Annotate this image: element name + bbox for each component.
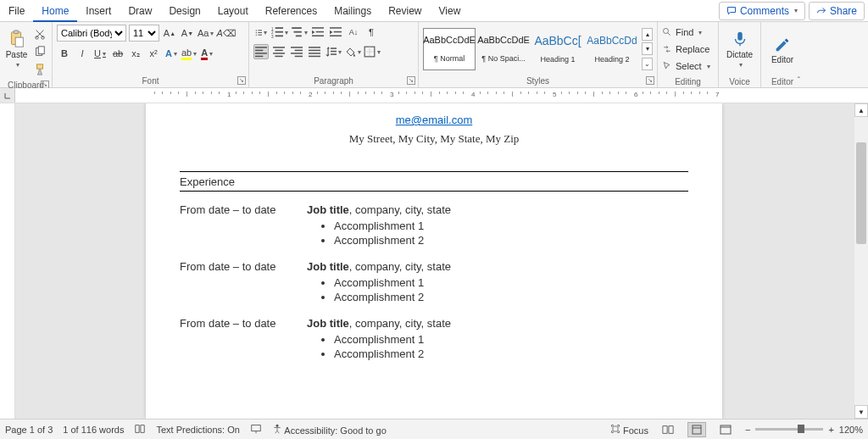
cut-button[interactable] <box>32 26 47 42</box>
accomplishment: Accomplishment 1 <box>334 333 688 346</box>
zoom-slider[interactable] <box>755 428 823 431</box>
editor-button[interactable]: Editor <box>765 25 799 74</box>
ruler-corner <box>0 88 15 103</box>
format-painter-button[interactable] <box>32 62 47 77</box>
text-predictions-indicator[interactable]: Text Predictions: On <box>156 425 239 435</box>
tab-review[interactable]: Review <box>380 0 430 22</box>
replace-button[interactable]: Replace <box>662 42 710 57</box>
change-case-button[interactable]: Aa▾ <box>198 25 214 41</box>
multilevel-list-button[interactable]: ▾ <box>291 25 308 40</box>
tab-design[interactable]: Design <box>160 0 209 22</box>
subscript-button[interactable]: x₂ <box>128 46 143 61</box>
sort-button[interactable]: A↓ <box>346 25 361 40</box>
experience-entry: From date – to dateJob title, company, c… <box>180 260 688 305</box>
brush-icon <box>34 64 46 75</box>
bullets-icon <box>255 29 262 36</box>
gallery-up-button[interactable]: ▴ <box>642 28 653 41</box>
tab-insert[interactable]: Insert <box>77 0 120 22</box>
grow-font-button[interactable]: A▲ <box>162 25 177 41</box>
align-center-button[interactable] <box>271 44 287 59</box>
zoom-knob[interactable] <box>798 425 804 433</box>
book-icon <box>134 423 146 435</box>
shading-button[interactable]: ▾ <box>344 44 361 59</box>
scroll-up-button[interactable]: ▲ <box>854 103 868 117</box>
comments-button[interactable]: Comments ▾ <box>719 2 805 20</box>
font-name-combo[interactable]: Calibri (Body) <box>57 25 126 42</box>
tab-layout[interactable]: Layout <box>209 0 257 22</box>
style---no-spaci---[interactable]: AaBbCcDdE¶ No Spaci... <box>477 28 530 70</box>
page-indicator[interactable]: Page 1 of 3 <box>5 425 53 435</box>
clear-formatting-button[interactable]: A⌫ <box>216 25 236 41</box>
share-label: Share <box>830 5 857 17</box>
dictate-button[interactable]: Dictate▾ <box>723 25 756 74</box>
paragraph-dialog-launcher[interactable]: ↘ <box>407 76 415 85</box>
strike-button[interactable]: ab <box>110 46 125 61</box>
text-effects-button[interactable]: A▾ <box>164 46 179 61</box>
tab-mailings[interactable]: Mailings <box>326 0 380 22</box>
zoom-in-button[interactable]: + <box>828 425 833 435</box>
bullets-button[interactable]: ▾ <box>253 25 269 40</box>
font-color-button[interactable]: A▾ <box>199 46 214 61</box>
document-page[interactable]: me@email.com My Street, My City, My Stat… <box>146 103 722 419</box>
italic-button[interactable]: I <box>75 46 90 61</box>
share-button[interactable]: Share <box>809 2 865 20</box>
superscript-button[interactable]: x² <box>146 46 161 61</box>
focus-button[interactable]: Focus <box>610 424 648 436</box>
justify-button[interactable] <box>307 44 322 59</box>
accessibility-indicator[interactable]: Accessibility: Good to go <box>272 424 387 436</box>
select-button[interactable]: Select▾ <box>662 58 710 74</box>
line-spacing-button[interactable]: ▾ <box>325 44 342 59</box>
email-link[interactable]: me@email.com <box>396 114 473 126</box>
editor-icon <box>773 35 792 53</box>
decrease-indent-button[interactable] <box>310 25 326 40</box>
show-marks-button[interactable]: ¶ <box>364 25 379 40</box>
style---normal[interactable]: AaBbCcDdE¶ Normal <box>423 28 476 70</box>
svg-rect-6 <box>38 47 44 54</box>
display-settings-button[interactable] <box>250 423 262 436</box>
web-layout-button[interactable] <box>716 422 735 437</box>
font-dialog-launcher[interactable]: ↘ <box>237 76 246 85</box>
numbering-button[interactable]: 123▾ <box>271 25 288 40</box>
align-left-button[interactable] <box>253 44 269 59</box>
align-right-button[interactable] <box>289 44 304 59</box>
copy-button[interactable] <box>32 44 47 59</box>
zoom-level[interactable]: 120% <box>839 425 863 435</box>
underline-button[interactable]: U▾ <box>92 46 108 61</box>
font-size-combo[interactable]: 11 <box>129 25 159 42</box>
vertical-ruler[interactable] <box>0 103 15 419</box>
tab-selector-icon[interactable] <box>3 92 12 100</box>
scroll-down-button[interactable]: ▼ <box>854 405 868 419</box>
scroll-thumb[interactable] <box>856 142 866 244</box>
style-heading-2[interactable]: AaBbCcDdHeading 2 <box>586 28 638 70</box>
svg-rect-30 <box>255 50 263 52</box>
read-mode-button[interactable] <box>659 422 677 437</box>
find-button[interactable]: Find▾ <box>662 25 710 40</box>
tab-view[interactable]: View <box>431 0 470 22</box>
highlight-button[interactable]: ab▾ <box>181 46 197 61</box>
style-heading-1[interactable]: AaBbCc[Heading 1 <box>531 28 584 70</box>
vertical-scrollbar[interactable]: ▲ ▼ <box>854 103 868 419</box>
tab-references[interactable]: References <box>257 0 326 22</box>
job-title: Job title <box>307 317 349 330</box>
tab-home[interactable]: Home <box>33 0 77 22</box>
tab-file[interactable]: File <box>0 0 33 22</box>
gallery-more-button[interactable]: ⌄ <box>642 58 653 70</box>
shrink-font-button[interactable]: A▼ <box>180 25 195 41</box>
collapse-ribbon-button[interactable]: ˆ <box>798 76 800 86</box>
paste-button[interactable]: Paste ▾ <box>4 25 29 74</box>
spellcheck-button[interactable] <box>134 423 146 436</box>
gallery-down-button[interactable]: ▾ <box>642 42 653 55</box>
svg-rect-11 <box>258 32 262 33</box>
tab-draw[interactable]: Draw <box>120 0 160 22</box>
styles-dialog-launcher[interactable]: ↘ <box>646 76 654 85</box>
increase-indent-button[interactable] <box>328 25 343 40</box>
word-count[interactable]: 1 of 116 words <box>63 425 124 435</box>
borders-button[interactable]: ▾ <box>364 44 381 59</box>
print-layout-button[interactable] <box>687 422 706 437</box>
bold-button[interactable]: B <box>57 46 72 61</box>
zoom-out-button[interactable]: − <box>745 425 750 435</box>
styles-group-label: Styles <box>526 76 549 86</box>
styles-gallery-scroll: ▴ ▾ ⌄ <box>642 28 653 70</box>
horizontal-ruler[interactable]: 1234567 <box>0 88 868 103</box>
svg-rect-9 <box>258 30 262 31</box>
